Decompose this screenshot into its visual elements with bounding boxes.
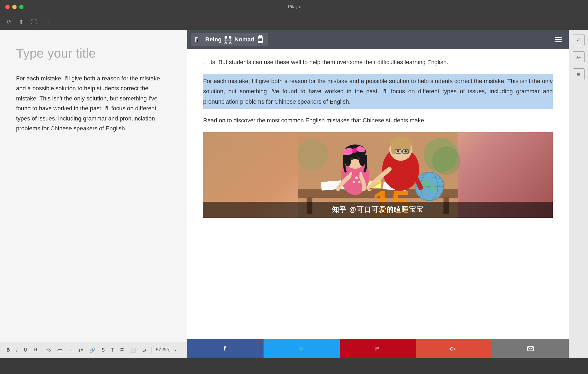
logo-backpack-icon	[256, 35, 265, 44]
article-paragraph-2-highlighted: For each mistake, I'll give both a reaso…	[203, 74, 553, 109]
facebook-icon: f	[222, 345, 229, 352]
svg-line-5	[224, 42, 226, 44]
logo-person-icon	[223, 35, 233, 44]
svg-point-41	[352, 148, 357, 153]
bullet-list-button[interactable]: ≡	[68, 346, 73, 354]
italic-button[interactable]: i	[15, 346, 18, 354]
logo-icon-left: 📱	[195, 35, 204, 44]
facebook-share-button[interactable]: f	[187, 339, 264, 358]
fullscreen-icon[interactable]: ⛶	[31, 18, 37, 25]
article-paragraph-1: … ts. But students can use these well to…	[203, 57, 553, 68]
svg-text:P: P	[375, 346, 379, 352]
pinterest-icon: P	[374, 345, 382, 352]
quote-button[interactable]: «»	[56, 346, 64, 354]
googleplus-icon: G+	[450, 345, 459, 352]
to-text: on	[219, 117, 227, 124]
hamburger-menu[interactable]	[553, 35, 564, 44]
svg-text:f: f	[224, 345, 226, 352]
watermark-overlay: 知乎 @可口可爱的瞌睡宝宝	[203, 202, 553, 218]
svg-point-57	[432, 146, 461, 175]
logo-nomad: Nomad	[234, 36, 254, 43]
svg-point-27	[422, 181, 430, 186]
svg-point-7	[229, 36, 231, 39]
share-icon[interactable]: ⬆	[19, 18, 24, 25]
right-sidebar: ✓ A+ ≡	[569, 30, 588, 358]
svg-line-10	[229, 42, 230, 44]
check-icon[interactable]: ✓	[573, 34, 585, 46]
article-text-1-partial: … ts. But students can use these well to…	[203, 59, 448, 65]
pinterest-share-button[interactable]: P	[340, 339, 416, 358]
maximize-button[interactable]	[19, 5, 24, 9]
svg-point-52	[397, 150, 399, 153]
read-text: Read	[203, 117, 217, 124]
svg-point-53	[404, 150, 407, 153]
svg-point-31	[355, 176, 358, 179]
word-count[interactable]: 57 单词	[156, 347, 171, 353]
refresh-icon[interactable]: ↺	[6, 18, 11, 25]
window-controls	[5, 5, 24, 9]
h1-button[interactable]: H1	[33, 346, 40, 354]
editor-bottom-toolbar: B i U H1 H2 «» ≡ 1≡ 🔗 S T T̶ ⬜ ⊙ 57 单词 ▾	[0, 342, 187, 358]
media-button[interactable]: ⊙	[141, 346, 147, 354]
logo-being: Being	[205, 36, 222, 43]
svg-point-58	[297, 139, 328, 170]
browser-nav: 📱 Being Nomad	[187, 30, 569, 49]
main-toolbar: ↺ ⬆ ⛶ ···	[0, 14, 588, 30]
bold-button[interactable]: B	[5, 346, 11, 354]
title-bar: Pitaya	[0, 0, 588, 14]
svg-rect-14	[258, 38, 262, 41]
svg-point-47	[391, 142, 396, 154]
window-title: Pitaya	[288, 5, 300, 9]
site-logo: 📱 Being Nomad	[191, 33, 268, 46]
strikethrough-button[interactable]: S	[100, 346, 106, 354]
more-icon[interactable]: ···	[44, 18, 49, 25]
googleplus-share-button[interactable]: G+	[416, 339, 493, 358]
svg-point-28	[430, 185, 435, 190]
minimize-button[interactable]	[12, 5, 17, 9]
browser-pane: 📱 Being Nomad	[187, 30, 569, 358]
svg-point-33	[353, 181, 355, 183]
email-share-button[interactable]	[492, 339, 569, 358]
email-icon	[527, 345, 534, 352]
underline-button[interactable]: U	[23, 346, 28, 354]
editor-title-placeholder[interactable]: Type your title	[16, 46, 171, 61]
svg-point-43	[357, 157, 360, 160]
article-image: 15 知乎 @可口可爱的瞌睡宝宝	[203, 132, 553, 218]
svg-text:G+: G+	[450, 347, 456, 351]
svg-line-6	[226, 42, 227, 44]
twitter-share-button[interactable]: 🐦	[264, 339, 340, 358]
link-button[interactable]: 🔗	[88, 346, 96, 354]
svg-text:📱: 📱	[195, 38, 199, 42]
svg-point-42	[350, 157, 353, 160]
social-share-bar: f 🐦 P G+	[187, 339, 569, 358]
svg-line-11	[230, 42, 232, 44]
english-text: English	[305, 117, 325, 124]
h2-button[interactable]: H2	[44, 346, 52, 354]
word-count-dropdown[interactable]: ▾	[175, 348, 176, 352]
layout-icon[interactable]: ≡	[573, 68, 585, 80]
editor-content[interactable]: For each mistake, I'll give both a reaso…	[16, 73, 171, 133]
add-text-icon[interactable]: A+	[573, 51, 585, 63]
svg-rect-65	[528, 346, 533, 351]
svg-text:🐦: 🐦	[298, 345, 305, 352]
svg-point-34	[358, 181, 361, 183]
text-button[interactable]: T	[110, 346, 115, 354]
article-paragraph-3: Read on to discover the most common Engl…	[203, 115, 553, 126]
image-button[interactable]: ⬜	[129, 346, 137, 354]
twitter-icon: 🐦	[298, 345, 305, 352]
main-container: Type your title For each mistake, I'll g…	[0, 30, 588, 358]
close-button[interactable]	[5, 5, 10, 9]
number-list-button[interactable]: 1≡	[77, 347, 84, 353]
svg-point-2	[225, 36, 227, 39]
article-text-3-rest: to discover the most common	[227, 117, 305, 124]
article-content: … ts. But students can use these well to…	[187, 49, 569, 226]
editor-pane: Type your title For each mistake, I'll g…	[0, 30, 187, 358]
article-text-3-end: mistakes that Chinese students make.	[326, 117, 426, 124]
toolbar-separator	[152, 347, 152, 353]
clear-format-button[interactable]: T̶	[119, 346, 125, 354]
